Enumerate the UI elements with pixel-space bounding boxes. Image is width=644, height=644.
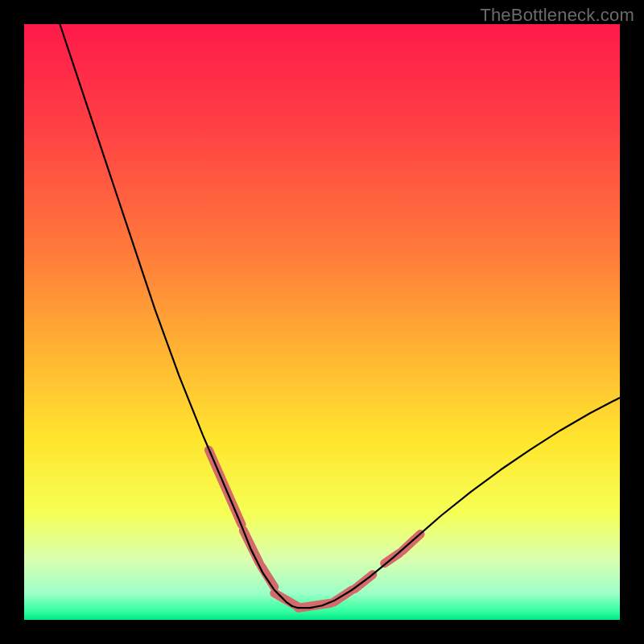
watermark-text: TheBottleneck.com: [480, 5, 634, 26]
chart-svg: [24, 24, 620, 620]
gradient-background: [24, 24, 620, 620]
plot-area: [24, 24, 620, 620]
chart-frame: TheBottleneck.com: [0, 0, 644, 644]
